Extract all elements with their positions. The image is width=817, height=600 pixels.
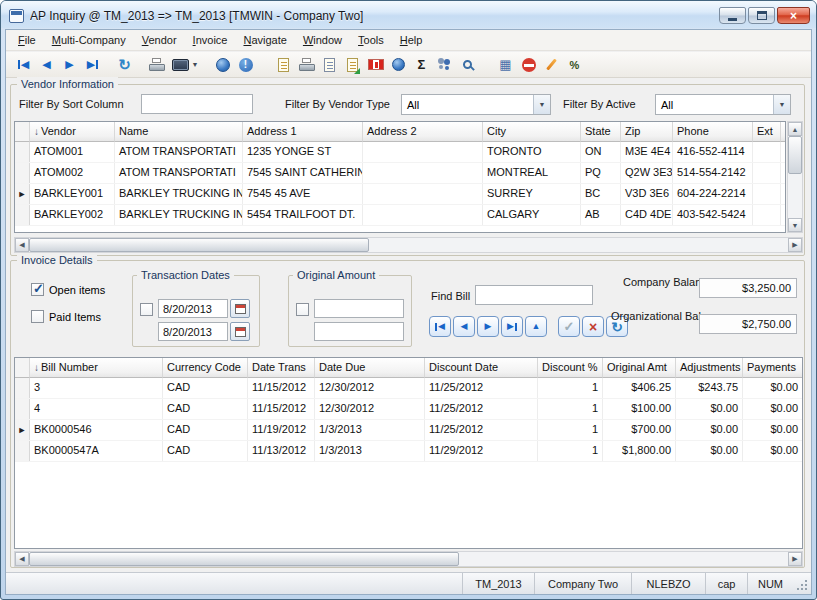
- table-cell[interactable]: BK0000547A: [30, 441, 163, 461]
- table-cell[interactable]: $100.00: [603, 399, 676, 419]
- scroll-right-icon[interactable]: ▶: [788, 238, 802, 252]
- table-cell[interactable]: 11/25/2012: [425, 420, 538, 440]
- sum-button[interactable]: Σ: [410, 54, 433, 76]
- table-cell[interactable]: 11/13/2012: [248, 441, 315, 461]
- table-cell[interactable]: $0.00: [676, 420, 743, 440]
- column-header[interactable]: Original Amt: [603, 358, 676, 378]
- table-cell[interactable]: CAD: [163, 441, 248, 461]
- open-items-option[interactable]: Open items: [31, 283, 105, 296]
- vendor-grid[interactable]: ↓VendorNameAddress 1Address 2CityStateZi…: [14, 121, 786, 233]
- stop-button[interactable]: [517, 54, 540, 76]
- table-row[interactable]: ATOM002ATOM TRANSPORTATI7545 SAINT CATHE…: [15, 163, 785, 184]
- table-cell[interactable]: 1: [538, 378, 603, 398]
- info-button[interactable]: !: [234, 54, 257, 76]
- scrollbar-thumb[interactable]: [29, 552, 459, 566]
- table-row[interactable]: 4CAD11/15/201212/30/201211/25/20121$100.…: [15, 399, 802, 420]
- canada-button[interactable]: [364, 54, 387, 76]
- next-bill-button[interactable]: ▶: [477, 316, 499, 337]
- table-cell[interactable]: 1/3/2013: [315, 420, 425, 440]
- table-cell[interactable]: $0.00: [743, 399, 803, 419]
- find-bill-input[interactable]: [475, 285, 593, 305]
- table-cell[interactable]: 11/25/2012: [425, 378, 538, 398]
- minimize-button[interactable]: [719, 7, 746, 24]
- column-header[interactable]: Ext: [753, 122, 781, 142]
- filter-vendor-type-combo[interactable]: All ▼: [401, 94, 551, 115]
- column-header[interactable]: City: [483, 122, 581, 142]
- maximize-button[interactable]: [748, 7, 775, 24]
- scrollbar-track[interactable]: [788, 136, 802, 218]
- table-cell[interactable]: 1235 YONGE ST: [243, 142, 363, 162]
- web-button[interactable]: [211, 54, 234, 76]
- paid-items-checkbox[interactable]: [31, 310, 44, 323]
- export-button[interactable]: [341, 54, 364, 76]
- column-header[interactable]: Address 2: [363, 122, 483, 142]
- table-cell[interactable]: 7545 45 AVE: [243, 184, 363, 204]
- table-cell[interactable]: 5454 TRAILFOOT DT.: [243, 205, 363, 225]
- table-cell[interactable]: 11/29/2012: [425, 441, 538, 461]
- table-cell[interactable]: [753, 142, 781, 162]
- column-header[interactable]: Date Due: [315, 358, 425, 378]
- table-row[interactable]: 3CAD11/15/201212/30/201211/25/20121$406.…: [15, 378, 802, 399]
- table-cell[interactable]: C4D 4DE: [621, 205, 673, 225]
- vendor-horizontal-scrollbar[interactable]: ◀ ▶: [14, 237, 803, 253]
- table-cell[interactable]: BARKLEY002: [30, 205, 115, 225]
- close-button[interactable]: ×: [777, 7, 810, 24]
- table-cell[interactable]: CAD: [163, 399, 248, 419]
- last-record-button[interactable]: ▶: [81, 54, 104, 76]
- table-cell[interactable]: [781, 184, 786, 204]
- table-cell[interactable]: 1: [538, 420, 603, 440]
- table-cell[interactable]: $0.00: [676, 399, 743, 419]
- table-cell[interactable]: 11/25/2012: [425, 399, 538, 419]
- column-header[interactable]: Address 1: [243, 122, 363, 142]
- column-header[interactable]: Zip: [621, 122, 673, 142]
- table-cell[interactable]: 604-224-2214: [673, 184, 753, 204]
- menu-tools[interactable]: Tools: [350, 31, 392, 49]
- scroll-left-icon[interactable]: ◀: [15, 552, 29, 566]
- table-cell[interactable]: V3D 3E6: [621, 184, 673, 204]
- scrollbar-thumb[interactable]: [29, 238, 369, 252]
- column-header[interactable]: Adjustments: [676, 358, 743, 378]
- table-row[interactable]: ►BK0000546CAD11/19/20121/3/201311/25/201…: [15, 420, 802, 441]
- date-to-input[interactable]: [158, 322, 228, 341]
- resize-grip[interactable]: [793, 573, 811, 594]
- first-record-button[interactable]: ◀: [12, 54, 35, 76]
- table-cell[interactable]: ATOM001: [30, 142, 115, 162]
- table-cell[interactable]: $1,800.00: [603, 441, 676, 461]
- refresh-button[interactable]: ↻: [113, 54, 136, 76]
- table-cell[interactable]: 11/15/2012: [248, 378, 315, 398]
- table-row[interactable]: BK0000547ACAD11/13/20121/3/201311/29/201…: [15, 441, 802, 462]
- report-button[interactable]: [272, 54, 295, 76]
- table-cell[interactable]: $0.00: [743, 420, 803, 440]
- scrollbar-track[interactable]: [29, 238, 788, 252]
- column-header[interactable]: Discount Date: [425, 358, 538, 378]
- menu-window[interactable]: Window: [295, 31, 350, 49]
- table-cell[interactable]: [781, 205, 786, 225]
- original-amount-checkbox[interactable]: [296, 303, 309, 316]
- table-cell[interactable]: 416-552-4114: [673, 142, 753, 162]
- table-cell[interactable]: CAD: [163, 420, 248, 440]
- globe-button[interactable]: [387, 54, 410, 76]
- table-row[interactable]: BARKLEY002BARKLEY TRUCKING IN5454 TRAILF…: [15, 205, 785, 226]
- table-cell[interactable]: [753, 163, 781, 183]
- column-header[interactable]: ↓Vendor: [30, 122, 115, 142]
- table-cell[interactable]: 12/30/2012: [315, 399, 425, 419]
- filter-active-combo[interactable]: All ▼: [655, 94, 791, 115]
- menu-invoice[interactable]: Invoice: [185, 31, 236, 49]
- scroll-right-icon[interactable]: ▶: [788, 552, 802, 566]
- menu-help[interactable]: Help: [392, 31, 431, 49]
- column-header[interactable]: Payments: [743, 358, 803, 378]
- table-cell[interactable]: 3: [30, 378, 163, 398]
- table-cell[interactable]: 11/19/2012: [248, 420, 315, 440]
- table-cell[interactable]: [753, 184, 781, 204]
- find-button[interactable]: [456, 54, 479, 76]
- highlighter-button[interactable]: [540, 54, 563, 76]
- invoice-grid[interactable]: ↓Bill NumberCurrency CodeDate TransDate …: [14, 357, 803, 549]
- table-cell[interactable]: 12/30/2012: [315, 378, 425, 398]
- scrollbar-track[interactable]: [29, 552, 788, 566]
- filter-sort-input[interactable]: [141, 94, 253, 114]
- table-cell[interactable]: 403-542-5424: [673, 205, 753, 225]
- table-cell[interactable]: $243.75: [676, 378, 743, 398]
- last-bill-button[interactable]: ▶: [501, 316, 523, 337]
- table-cell[interactable]: $406.25: [603, 378, 676, 398]
- menu-vendor[interactable]: Vendor: [134, 31, 185, 49]
